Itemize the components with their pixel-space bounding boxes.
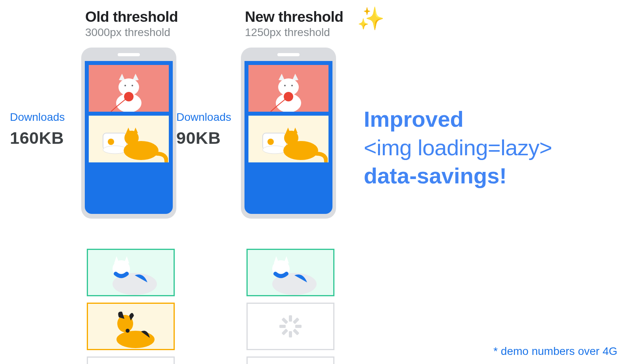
white-cat-collar-icon	[88, 250, 174, 295]
cat-yarn-icon	[107, 72, 151, 112]
old-title: Old threshold	[85, 9, 178, 25]
diagram-stage: Old threshold 3000px threshold New thres…	[0, 0, 634, 364]
old-below-fold	[87, 249, 175, 364]
footnote: * demo numbers over 4G	[493, 345, 617, 358]
tile-cat-yarn	[89, 65, 169, 112]
tile-orange-cat	[248, 116, 328, 162]
tile-white-cat-collar	[87, 249, 175, 296]
phone-frame	[81, 48, 176, 219]
white-cat-collar-icon	[248, 250, 333, 295]
old-subtitle: 3000px threshold	[85, 26, 178, 39]
svg-point-3	[124, 85, 126, 86]
new-below-fold	[246, 249, 334, 364]
phone-viewport	[85, 61, 173, 214]
headline-line1: Improved	[364, 105, 622, 133]
sparkle-icon: ✨	[357, 6, 385, 32]
loading-spinner-icon	[279, 315, 302, 337]
new-subtitle: 1250px threshold	[245, 26, 343, 39]
phone-speaker	[277, 53, 300, 56]
tile-orange-dog	[87, 303, 175, 350]
new-phone	[241, 48, 336, 219]
svg-point-19	[291, 85, 293, 86]
tile-cat-yarn	[248, 65, 328, 112]
tile-placeholder	[246, 356, 334, 364]
new-downloads-value: 90KB	[176, 128, 231, 148]
phone-viewport	[244, 61, 332, 214]
svg-point-12	[116, 331, 155, 348]
orange-cat-icon	[248, 116, 328, 162]
new-downloads-label: Downloads	[176, 111, 231, 124]
old-phone	[81, 48, 176, 219]
tile-white-cat-collar	[246, 249, 334, 296]
old-downloads-value: 160KB	[10, 128, 65, 148]
headline: Improved <img loading=lazy> data-savings…	[364, 105, 622, 190]
svg-point-4	[132, 85, 133, 86]
headline-line3: data-savings!	[364, 162, 622, 190]
svg-point-18	[284, 85, 286, 86]
old-downloads: Downloads 160KB	[10, 111, 65, 148]
svg-point-22	[267, 139, 274, 145]
orange-dog-icon	[88, 304, 174, 349]
phone-frame	[241, 48, 336, 219]
phone-speaker	[118, 53, 140, 56]
tile-placeholder	[246, 303, 334, 350]
headline-line2: <img loading=lazy>	[364, 133, 622, 162]
svg-point-14	[126, 329, 130, 333]
orange-cat-icon	[89, 116, 168, 162]
tile-orange-cat	[89, 116, 169, 162]
tile-placeholder	[87, 356, 175, 364]
svg-point-7	[108, 139, 114, 145]
old-downloads-label: Downloads	[10, 111, 65, 124]
new-downloads: Downloads 90KB	[176, 111, 231, 148]
new-threshold-header: New threshold 1250px threshold	[245, 9, 343, 39]
svg-point-6	[103, 146, 127, 154]
svg-point-21	[263, 146, 286, 154]
cat-yarn-icon	[267, 72, 310, 112]
old-threshold-header: Old threshold 3000px threshold	[85, 9, 178, 39]
new-title: New threshold	[245, 9, 343, 25]
